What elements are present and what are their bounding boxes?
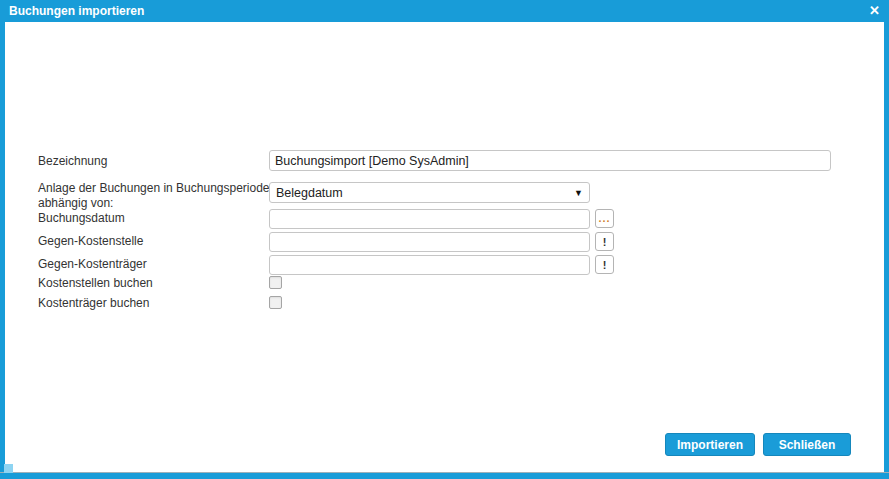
import-button[interactable]: Importieren	[665, 433, 755, 456]
buchungsdatum-input[interactable]	[269, 209, 590, 229]
buchungsdatum-label: Buchungsdatum	[38, 211, 125, 226]
bezeichnung-label: Bezeichnung	[38, 154, 107, 169]
gegen-kostenstelle-warning-button[interactable]: !	[595, 232, 614, 251]
buchungsdatum-browse-button[interactable]: ...	[595, 209, 614, 228]
gegen-kostentraeger-warning-button[interactable]: !	[595, 255, 614, 274]
bezeichnung-input[interactable]	[269, 150, 831, 171]
kostentraeger-buchen-checkbox[interactable]	[269, 296, 282, 309]
kostenstellen-buchen-checkbox[interactable]	[269, 276, 282, 289]
buchungsperiode-label: Anlage der Buchungen in Buchungsperiode …	[38, 181, 270, 211]
window-border-bottom	[0, 472, 889, 479]
window-border-left	[0, 0, 5, 479]
kostenstellen-buchen-label: Kostenstellen buchen	[38, 276, 153, 291]
resize-handle[interactable]	[4, 464, 13, 473]
kostentraeger-buchen-label: Kostenträger buchen	[38, 296, 149, 311]
gegen-kostenstelle-input[interactable]	[269, 232, 590, 252]
import-bookings-dialog: Buchungen importieren ✕ Bezeichnung Anla…	[0, 0, 889, 479]
window-border-right	[884, 0, 889, 479]
buchungsperiode-select-value: Belegdatum	[276, 186, 343, 200]
gegen-kostenstelle-label: Gegen-Kostenstelle	[38, 234, 143, 249]
gegen-kostentraeger-label: Gegen-Kostenträger	[38, 257, 147, 272]
dialog-title: Buchungen importieren	[9, 4, 144, 18]
buchungsperiode-select[interactable]: Belegdatum ▼	[269, 182, 590, 203]
gegen-kostentraeger-input[interactable]	[269, 255, 590, 275]
close-button[interactable]: Schließen	[763, 433, 851, 456]
close-icon[interactable]: ✕	[869, 0, 880, 22]
dialog-titlebar: Buchungen importieren ✕	[0, 0, 889, 22]
chevron-down-icon: ▼	[574, 188, 583, 198]
